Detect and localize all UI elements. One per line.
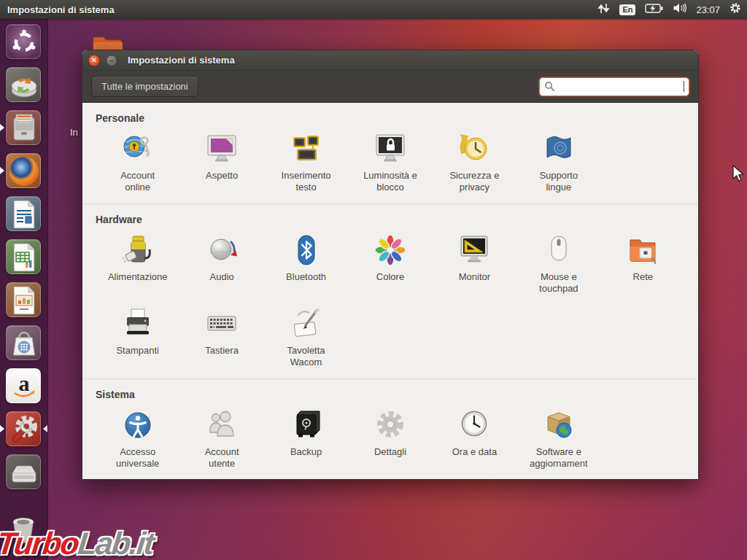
settings-item-label: Accesso universale (97, 446, 179, 470)
settings-item-colore[interactable]: Colore (348, 233, 432, 295)
input-sources-icon (289, 131, 324, 166)
launcher-item-software-updater[interactable] (6, 67, 41, 102)
session-gear-icon[interactable] (729, 2, 741, 17)
settings-item-rete[interactable]: Rete (601, 233, 685, 295)
close-button[interactable]: ✕ (88, 55, 100, 66)
settings-item-luminosita-blocco[interactable]: Luminosità e blocco (348, 131, 432, 194)
battery-charging-icon[interactable] (645, 3, 663, 16)
display-ruler-icon (457, 233, 492, 268)
mouse-cursor (731, 165, 746, 182)
section-divider (82, 378, 698, 379)
settings-item-label: Account online (97, 170, 179, 194)
window-titlebar[interactable]: ✕ – Impostazioni di sistema (82, 50, 698, 71)
settings-item-label: Bluetooth (266, 271, 347, 283)
settings-item-mouse-touchpad[interactable]: Mouse e touchpad (516, 233, 600, 295)
search-input[interactable] (558, 79, 699, 94)
search-icon (544, 81, 555, 92)
settings-item-label: Alimentazione (97, 271, 179, 283)
settings-item-label: Colore (349, 271, 431, 283)
settings-item-alimentazione[interactable]: Alimentazione (96, 233, 179, 295)
launcher-item-libreoffice-calc[interactable] (6, 239, 41, 274)
settings-grid: Accesso universale Account utente Backup… (96, 408, 685, 470)
settings-item-aspetto[interactable]: Aspetto (179, 131, 263, 194)
launcher-item-software-center[interactable] (6, 325, 41, 360)
minimize-button[interactable]: – (106, 55, 117, 66)
launcher-item-amazon[interactable]: a (6, 368, 41, 403)
settings-item-supporto-lingue[interactable]: Supporto lingue (516, 131, 600, 194)
settings-item-account-online[interactable]: Account online (96, 131, 179, 194)
settings-item-dettagli[interactable]: Dettagli (348, 408, 432, 470)
settings-item-label: Account utente (181, 446, 263, 470)
launcher-item-system-settings[interactable] (6, 411, 41, 446)
settings-item-account-utente[interactable]: Account utente (179, 408, 263, 470)
settings-item-backup[interactable]: Backup (264, 408, 348, 470)
keyboard-layout-indicator[interactable]: En (619, 4, 635, 15)
launcher-item-libreoffice-writer[interactable] (6, 196, 41, 231)
language-flag-icon (541, 131, 576, 166)
launcher-item-dash-home[interactable] (6, 24, 41, 59)
launcher-item-trash[interactable] (6, 513, 41, 548)
safe-box-icon (289, 408, 324, 443)
volume-knob-icon (204, 233, 239, 268)
desktop-icon-label-fragment: In (70, 127, 78, 138)
focused-indicator-arrow (43, 425, 47, 432)
settings-item-label: Rete (602, 271, 684, 283)
settings-item-label: Mouse e touchpad (518, 271, 600, 295)
settings-item-ora-data[interactable]: Ora e data (433, 408, 516, 470)
text-caret (684, 81, 684, 92)
gear-icon (373, 408, 408, 443)
settings-item-accesso-universale[interactable]: Accesso universale (96, 408, 179, 470)
settings-item-monitor[interactable]: Monitor (433, 233, 516, 295)
users-icon (204, 408, 239, 443)
settings-item-tastiera[interactable]: Tastiera (179, 306, 263, 369)
window-title: Impostazioni di sistema (128, 55, 235, 66)
settings-item-bluetooth[interactable]: Bluetooth (264, 233, 348, 295)
volume-icon[interactable] (673, 3, 686, 16)
panel-app-title: Impostazioni di sistema (7, 4, 115, 15)
settings-item-label: Luminosità e blocco (349, 170, 431, 194)
settings-item-sicurezza-privacy[interactable]: Sicurezza e privacy (433, 131, 516, 194)
settings-item-label: Tastiera (181, 345, 263, 357)
accessibility-icon (120, 408, 155, 443)
settings-item-label: Tavoletta Wacom (266, 345, 347, 369)
mouse-icon (541, 233, 576, 268)
running-indicator-arrow (0, 167, 4, 174)
settings-panel-content: Personale Account online Aspetto Inserim… (82, 103, 698, 479)
all-settings-button[interactable]: Tutte le impostazioni (91, 76, 198, 97)
settings-item-stampanti[interactable]: Stampanti (96, 306, 179, 369)
section-header-sistema: Sistema (96, 389, 685, 400)
settings-item-label: Aspetto (181, 170, 263, 182)
panel-clock[interactable]: 23:07 (696, 4, 720, 15)
settings-item-audio[interactable]: Audio (179, 233, 263, 295)
tablet-pen-icon (289, 306, 324, 341)
keyboard-icon (204, 306, 239, 341)
svg-text:a: a (19, 371, 30, 395)
launcher-item-disk-drive[interactable] (6, 454, 41, 489)
settings-item-label: Dettagli (349, 446, 431, 458)
globe-keys-icon (120, 131, 155, 166)
running-indicator-arrow (0, 425, 4, 432)
settings-item-label: Inserimento testo (266, 170, 347, 194)
network-arrows-icon[interactable] (597, 3, 610, 17)
settings-item-inserimento-testo[interactable]: Inserimento testo (264, 131, 348, 194)
settings-item-tavoletta-wacom[interactable]: Tavoletta Wacom (264, 306, 348, 369)
running-indicator-arrow (0, 124, 4, 131)
settings-item-software-aggiornamenti[interactable]: Software e aggiornament (516, 408, 600, 470)
launcher-item-libreoffice-impress[interactable] (6, 282, 41, 317)
window-toolbar: Tutte le impostazioni (82, 71, 698, 103)
settings-item-label: Stampanti (97, 345, 179, 357)
settings-item-label: Supporto lingue (518, 170, 600, 194)
system-settings-window: ✕ – Impostazioni di sistema Tutte le imp… (82, 50, 699, 480)
section-divider (82, 203, 698, 204)
top-panel: Impostazioni di sistema En 23:07 (0, 0, 747, 19)
launcher-item-file-manager[interactable] (6, 110, 41, 145)
settings-item-label: Software e aggiornament (518, 446, 600, 470)
settings-item-label: Monitor (433, 271, 515, 283)
monitor-wallpaper-icon (204, 131, 239, 166)
settings-item-label: Backup (266, 446, 347, 458)
network-folder-icon (625, 233, 660, 268)
clock-history-icon (457, 131, 492, 166)
launcher-item-firefox[interactable] (6, 153, 41, 188)
panel-indicators: En 23:07 (597, 2, 747, 17)
search-box[interactable] (539, 77, 689, 96)
